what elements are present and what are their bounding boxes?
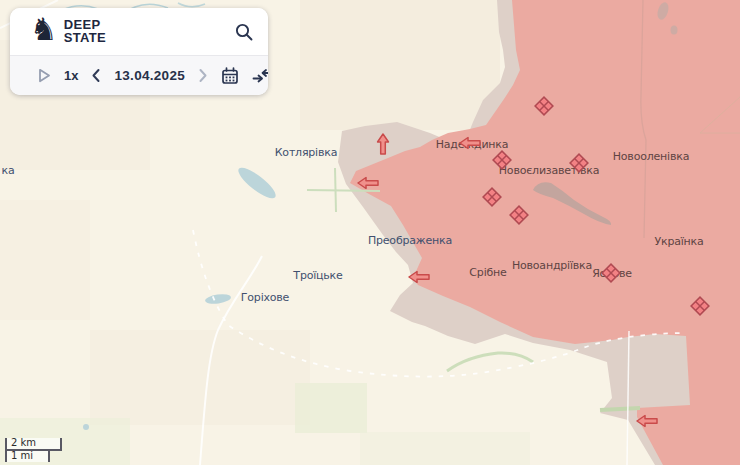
- panel-header: ♞ DEEP STATE: [10, 8, 268, 55]
- place-label: Котлярівка: [275, 146, 338, 159]
- place-label: Срібне: [469, 266, 506, 279]
- combat-marker-icon[interactable]: [482, 187, 503, 208]
- chevron-left-icon: [91, 68, 101, 83]
- playback-bar: 1x 13.04.2025: [10, 55, 268, 95]
- chess-knight-icon: ♞: [30, 15, 58, 45]
- combat-marker-icon[interactable]: [690, 296, 711, 317]
- map-app: каКотлярівкаНадеждинкаНовоєлизаветівкаНо…: [0, 0, 740, 465]
- place-label: ка: [2, 164, 15, 177]
- place-label: Новооленівка: [613, 150, 689, 163]
- place-label: Преображенка: [368, 234, 452, 247]
- place-label: Новоандріївка: [512, 259, 592, 272]
- calendar-button[interactable]: [221, 67, 239, 85]
- scale-mi: 1 mi: [5, 449, 50, 462]
- scale-control: 2 km 1 mi: [5, 438, 62, 462]
- calendar-icon: [221, 67, 239, 85]
- jump-latest-button[interactable]: [252, 68, 268, 84]
- place-label: Горіхове: [241, 291, 289, 304]
- attack-arrow-icon: [357, 177, 379, 190]
- brand-wordmark: DEEP STATE: [64, 19, 106, 44]
- combat-marker-icon[interactable]: [509, 205, 530, 226]
- brand-line2: STATE: [64, 32, 106, 45]
- prev-date-button[interactable]: [91, 68, 101, 83]
- combat-marker-icon[interactable]: [601, 263, 622, 284]
- arrows-meet-icon: [252, 68, 268, 84]
- place-label: Українка: [654, 235, 703, 248]
- combat-marker-icon[interactable]: [534, 96, 555, 117]
- attack-arrow-icon: [408, 271, 430, 284]
- search-icon: [234, 22, 254, 42]
- combat-marker-icon[interactable]: [569, 153, 590, 174]
- combat-marker-icon[interactable]: [492, 150, 513, 171]
- play-icon: [38, 68, 51, 83]
- control-panel: ♞ DEEP STATE 1x: [10, 8, 268, 95]
- place-label: Троїцьке: [293, 269, 342, 282]
- attack-arrow-icon: [459, 137, 481, 150]
- search-button[interactable]: [234, 22, 254, 42]
- date-display[interactable]: 13.04.2025: [114, 68, 185, 83]
- attack-arrow-icon: [377, 133, 390, 155]
- play-button[interactable]: [38, 68, 51, 83]
- next-date-button[interactable]: [198, 68, 208, 83]
- attack-arrow-icon: [636, 415, 658, 428]
- chevron-right-icon: [198, 68, 208, 83]
